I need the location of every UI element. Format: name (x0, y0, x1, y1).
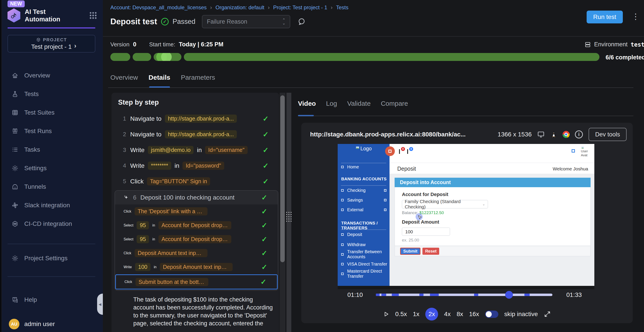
tab-validate[interactable]: Validate (347, 100, 370, 107)
fullscreen-icon[interactable] (544, 310, 551, 318)
speed-0-5x[interactable]: 0.5x (395, 310, 407, 318)
breadcrumb-project[interactable]: Project: Test project - 1 (273, 4, 327, 10)
sidebar-item-tunnels[interactable]: Tunnels (0, 178, 103, 196)
bank-nav-withdraw[interactable]: Withdraw (338, 241, 390, 248)
step-value-badge: jsmith@demo.io (148, 146, 194, 154)
step-group-header[interactable]: 6 Deposit 100 into checking account ✓ (115, 191, 278, 204)
sidebar-item-settings[interactable]: Settings (0, 159, 103, 178)
bank-content: Deposit into Account Account for Deposit… (390, 174, 594, 286)
sidebar-item-help[interactable]: ? Help (0, 290, 103, 309)
failure-reason-select[interactable]: Failure Reason ⌃⌄ (202, 15, 290, 28)
sidebar-item-label: Test Suites (24, 109, 54, 116)
brand-divider (8, 27, 95, 28)
step-value-badge: 95 (136, 221, 149, 229)
scrollbar-thumb[interactable] (280, 95, 285, 262)
step-group-title: Deposit 100 into checking account (140, 194, 234, 201)
step-row-3[interactable]: 3 Write jsmith@demo.io in Id="username" … (112, 142, 279, 158)
project-selector[interactable]: PROJECT Test project - 1 › (8, 35, 95, 52)
sidebar-item-label: Tests (24, 90, 38, 98)
avatar-alt-text: User Avat (581, 149, 588, 157)
skip-inactive-label: skip inactive (504, 310, 538, 318)
step-connector: in (197, 146, 202, 154)
step-row-2[interactable]: 2 Navigate to http://stage.dbank.prod-a.… (112, 126, 279, 142)
kebab-menu-icon[interactable]: ⋮ (632, 12, 640, 22)
breadcrumb-organization[interactable]: Organization: default (216, 4, 264, 10)
step-number: 2 (123, 131, 127, 138)
sidebar-item-slack-integration[interactable]: Slack integration (0, 196, 103, 214)
step-row-5[interactable]: 5 Click Tag="BUTTON" Sign in ✓ (112, 174, 279, 189)
breadcrumb-account[interactable]: Account: Devspace_all_module_licenses (110, 4, 206, 10)
bank-nav-deposit[interactable]: Deposit (338, 231, 390, 238)
sidebar-item-test-runs[interactable]: Test Runs (0, 122, 103, 140)
step-value-badge: ******** (148, 162, 171, 170)
substep-row-2[interactable]: Select 95 in Account for Deposit dropd..… (115, 218, 278, 232)
bank-nav-home[interactable]: Home (338, 163, 390, 171)
bank-nav-checking[interactable]: Checking (338, 186, 390, 194)
speed-1x[interactable]: 1x (413, 310, 420, 318)
step-action: Select (124, 224, 133, 227)
breadcrumb-separator: › (210, 4, 212, 10)
speed-16x[interactable]: 16x (469, 310, 479, 318)
bank-submit-button[interactable]: Submit (400, 248, 420, 255)
step-row-4[interactable]: 4 Write ******** in Id="password" ✓ (112, 158, 279, 174)
media-tabs: Video Log Validate Compare (298, 100, 408, 107)
seek-bar[interactable] (376, 294, 552, 296)
progress-segment (184, 53, 600, 61)
tab-video[interactable]: Video (298, 100, 316, 107)
bank-nav-transfer[interactable]: Transfer Between Accounts (338, 250, 390, 258)
playhead[interactable] (505, 291, 513, 299)
panel-resize-handle[interactable] (286, 93, 291, 332)
progress-segment (110, 53, 130, 61)
notification-icon-2[interactable]: 0 (407, 150, 408, 154)
tab-parameters[interactable]: Parameters (181, 74, 215, 81)
header-checkbox-icon[interactable] (572, 149, 575, 152)
sidebar-collapse-handle[interactable]: ◀ (97, 294, 103, 315)
hexagon-link-icon (12, 220, 18, 227)
sidebar-item-project-settings[interactable]: Project Settings (0, 249, 103, 268)
sidebar-item-overview[interactable]: Overview (0, 66, 103, 85)
account-select[interactable]: Family Checking (Standard Checking) ⌄ (402, 200, 488, 208)
video-player-card: http://stage.dbank.prod-apps.relicx.ai:8… (301, 123, 633, 323)
tab-log[interactable]: Log (326, 100, 337, 107)
tab-details[interactable]: Details (148, 74, 170, 81)
substep-row-5[interactable]: Write 100 in Deposit Amount text input .… (115, 260, 278, 274)
play-icon[interactable] (383, 311, 389, 317)
bank-nav-mastercard-transfer[interactable]: Mastercard Direct Transfer (338, 270, 390, 278)
deposit-amount-input[interactable]: 100 (402, 228, 450, 236)
tab-compare[interactable]: Compare (381, 100, 408, 107)
skip-inactive-toggle[interactable] (485, 310, 498, 318)
sidebar-item-cicd-integration[interactable]: CI-CD integration (0, 214, 103, 233)
bank-nav-savings[interactable]: Savings (338, 196, 390, 204)
step-success-icon: ✓ (263, 146, 268, 154)
apps-grid-icon[interactable] (89, 11, 98, 20)
run-test-button[interactable]: Run test (586, 10, 623, 24)
substep-row-4[interactable]: Click Deposit Amount text input ... ✓ (115, 246, 278, 260)
sidebar-item-tasks[interactable]: Tasks (0, 140, 103, 159)
activity-marker (524, 294, 530, 296)
sidebar-item-test-suites[interactable]: Test Suites (0, 103, 103, 122)
speed-4x[interactable]: 4x (444, 310, 451, 318)
comment-icon[interactable] (297, 17, 306, 26)
substep-row-1[interactable]: Click The 'Deposit' link with a si... ✓ (115, 204, 278, 218)
bank-nav-visa-transfer[interactable]: VISA Direct Transfer (338, 260, 390, 268)
info-icon[interactable]: i (575, 130, 583, 138)
step-row-1[interactable]: 1 Navigate to http://stage.dbank.prod-a.… (112, 111, 279, 126)
step-locator-badge: Deposit Amount text input ... (160, 263, 232, 271)
bank-nav-label: Home (347, 164, 359, 170)
notification-icon-1[interactable]: 0 (399, 150, 400, 154)
bank-nav-external[interactable]: External (338, 206, 390, 214)
app-sidebar: NEW AI Test Automation PROJECT Test proj… (0, 0, 103, 332)
breadcrumb-tests[interactable]: Tests (336, 4, 348, 10)
linux-penguin-icon (550, 131, 557, 138)
step-success-icon: ✓ (263, 114, 268, 123)
user-menu[interactable]: AU admin user (0, 316, 103, 332)
speed-8x[interactable]: 8x (457, 310, 463, 318)
sidebar-item-tests[interactable]: Tests (0, 85, 103, 103)
substep-row-6-selected[interactable]: Click Submit button at the botto... ✓ (115, 274, 278, 290)
divider (341, 186, 386, 186)
dev-tools-button[interactable]: Dev tools (588, 128, 626, 141)
bank-reset-button[interactable]: Reset (422, 248, 439, 255)
substep-row-3[interactable]: Select 95 in Account for Deposit dropd..… (115, 232, 278, 246)
tab-overview[interactable]: Overview (110, 74, 138, 81)
speed-2x-active[interactable]: 2x (425, 308, 438, 320)
